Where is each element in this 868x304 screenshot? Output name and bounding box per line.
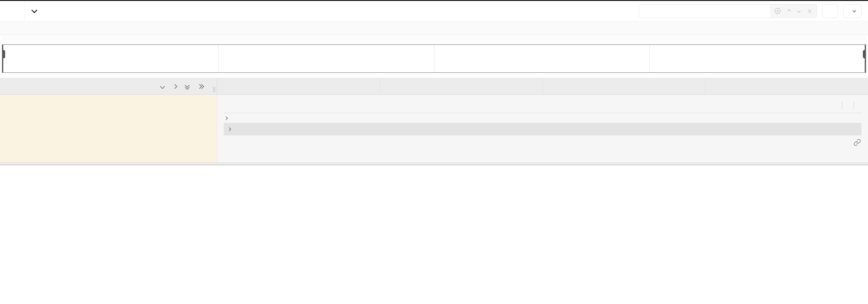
chevron-down-icon xyxy=(852,9,856,12)
expand-all-icon[interactable] xyxy=(198,85,204,88)
trace-collapse-chevron-icon[interactable] xyxy=(31,7,37,13)
collapse-all-icon[interactable] xyxy=(185,83,189,89)
gantt-time-axis xyxy=(217,78,868,95)
trace-view-select[interactable] xyxy=(843,4,862,18)
minimap-gridlines xyxy=(2,45,866,72)
copy-link-icon[interactable] xyxy=(854,139,861,146)
find-group: × xyxy=(639,4,817,18)
focus-match-icon[interactable] xyxy=(775,8,781,14)
span-service xyxy=(831,101,842,109)
spacer xyxy=(0,73,868,78)
next-match-icon[interactable] xyxy=(797,9,801,13)
tags-row[interactable] xyxy=(224,113,862,123)
timeline-header-row xyxy=(0,78,868,95)
span-duration xyxy=(842,101,854,109)
tags-expand-chevron-icon[interactable] xyxy=(224,116,228,120)
clear-find-icon[interactable]: × xyxy=(807,7,812,15)
span-detail-panel xyxy=(217,95,868,163)
logs-row[interactable] xyxy=(224,123,862,135)
service-color-bar xyxy=(11,95,13,163)
span-detail-row xyxy=(0,95,868,163)
span-detail-accent-bar xyxy=(217,95,868,98)
prev-match-icon[interactable] xyxy=(787,9,791,13)
bottom-scroll-divider xyxy=(0,164,868,165)
trace-stats-bar xyxy=(0,21,868,35)
trace-page-header: × xyxy=(0,1,868,21)
span-detail-tree-cell xyxy=(0,95,217,163)
minimap-left-scrubber[interactable] xyxy=(2,45,3,72)
span-start-time xyxy=(854,101,862,109)
minimap-time-axis xyxy=(2,35,866,44)
logs-expand-chevron-icon[interactable] xyxy=(227,127,231,131)
expand-one-icon[interactable] xyxy=(173,84,177,89)
find-input[interactable] xyxy=(639,4,770,18)
collapse-one-icon[interactable] xyxy=(160,84,165,89)
trace-minimap[interactable] xyxy=(2,44,866,73)
column-resize-handle[interactable] xyxy=(213,87,215,92)
keyboard-shortcuts-button[interactable] xyxy=(823,4,838,18)
minimap-right-scrubber[interactable] xyxy=(865,45,866,72)
back-button[interactable] xyxy=(0,1,25,21)
